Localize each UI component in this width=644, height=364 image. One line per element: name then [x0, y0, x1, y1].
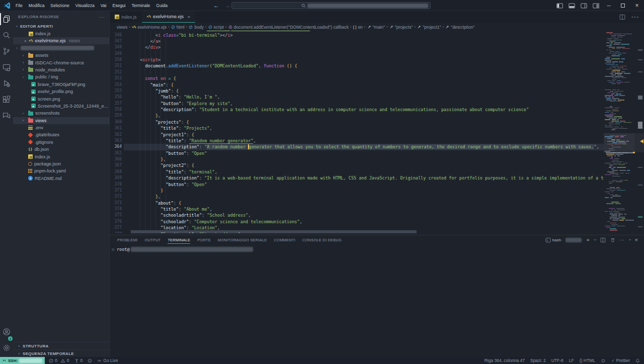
code-line-360[interactable]: 360 "projects": { — [110, 119, 604, 125]
menu-vai[interactable]: Vai — [98, 2, 110, 9]
code-line-364[interactable]: 364 "description": "A random number gene… — [110, 144, 604, 150]
customize-layout-icon[interactable] — [590, 3, 602, 9]
code-line-365[interactable]: 365 "button": "Open" — [110, 150, 604, 156]
explorer-icon[interactable] — [0, 11, 13, 27]
breadcrumb-item[interactable]: "project1" — [417, 25, 441, 30]
tree-item-brave-t38o0jafkp-png[interactable]: brave_T38O0jaFkP.png — [13, 81, 109, 88]
code-line-370[interactable]: 370 "button": "Open" — [110, 181, 604, 188]
breadcrumb-item[interactable]: body — [189, 25, 203, 30]
code-line-352[interactable]: 352 — [110, 69, 604, 75]
code-line-359[interactable]: 359 }, — [110, 113, 604, 119]
code-line-376[interactable]: 376 "schooladr": "Computer science and t… — [110, 219, 604, 225]
terminal-prompt[interactable]: root@ — [117, 247, 130, 252]
tree-item-package-json[interactable]: package.json — [13, 160, 109, 167]
menu-esegui[interactable]: Esegui — [109, 2, 128, 9]
open-editor-exelviHome.ejs[interactable]: ×<%exelviHome.ejsviews — [13, 37, 109, 44]
open-editor-index.js[interactable]: JSindex.js — [13, 30, 109, 37]
tree-item--gitignore[interactable]: .gitignore — [13, 139, 109, 146]
panel-tab-console-di-debug[interactable]: CONSOLE DI DEBUG — [299, 235, 345, 244]
code-line-369[interactable]: 369 "description": "It is a web-based te… — [110, 175, 604, 181]
minimap-slider[interactable] — [604, 133, 635, 152]
code-line-356[interactable]: 356 "hello": "Hello, I'm ", — [110, 94, 604, 100]
ports-status[interactable]: 0 — [74, 358, 83, 363]
tab-exelviHome.ejs[interactable]: <%exelviHome.ejs× — [142, 11, 195, 23]
panel-more-actions-icon[interactable]: ··· — [620, 237, 624, 242]
code-line-372[interactable]: 372 }, — [110, 194, 604, 200]
terminal-shell-label[interactable]: bash — [552, 238, 561, 242]
breadcrumb-item[interactable]: views — [117, 25, 127, 30]
tree-item-readme-md[interactable]: iREADME.md — [13, 175, 109, 182]
tree-item-isdcac-chrome-source[interactable]: ›ISDCAC-chrome-source — [13, 59, 109, 66]
toggle-panel-icon[interactable] — [566, 3, 578, 9]
notifications-bell-icon[interactable] — [635, 358, 640, 363]
editor-more-actions-icon[interactable]: ··· — [631, 13, 639, 22]
go-live-button[interactable]: Go Live — [97, 358, 118, 363]
comments-icon[interactable] — [0, 108, 13, 124]
menu-terminale[interactable]: Terminale — [128, 2, 153, 9]
code-line-368[interactable]: 368 "title": "terminal", — [110, 169, 604, 175]
tree-item-node-modules[interactable]: ›node_modules — [13, 66, 109, 73]
tree-item-exelvi-profile-png[interactable]: exelvi_profile.png — [13, 88, 109, 95]
panel-tab-commenti[interactable]: COMMENTI — [271, 235, 299, 244]
minimap[interactable] — [604, 31, 635, 233]
code-line-347[interactable]: 347 </a> — [110, 38, 604, 44]
code-line-350[interactable]: 350 <script> — [110, 57, 604, 63]
source-control-icon[interactable] — [0, 43, 13, 59]
close-editor-icon[interactable]: × — [24, 39, 27, 43]
panel-tab-terminale[interactable]: TERMINALE — [164, 235, 194, 244]
split-editor-icon[interactable] — [619, 14, 625, 20]
tree-item-screenshots[interactable]: ›screenshots — [13, 110, 109, 117]
nav-back-icon[interactable]: ← — [213, 3, 219, 9]
menu-guida[interactable]: Guida — [153, 2, 171, 9]
status--html[interactable]: {} HTML — [580, 358, 595, 363]
breadcrumb-item[interactable]: script — [208, 25, 224, 30]
remote-explorer-icon[interactable] — [0, 59, 13, 75]
panel-tab-problemi[interactable]: PROBLEMI — [114, 235, 141, 244]
tree-item-public-img[interactable]: ›public / img — [13, 73, 109, 80]
open-editors-header[interactable]: ›EDITOR APERTI — [13, 23, 109, 30]
tree-item-pnpm-lock-yaml[interactable]: pnpm-lock.yaml — [13, 167, 109, 174]
code-line-355[interactable]: 355 "jumb": { — [110, 88, 604, 94]
outline-section-header[interactable]: ›STRUTTURA — [13, 342, 109, 349]
code-editor[interactable]: <a class="btn" href="https://github.com/… — [110, 30, 604, 233]
horizontal-scrollbar[interactable] — [131, 230, 417, 233]
split-terminal-icon[interactable] — [600, 237, 606, 243]
code-line-375[interactable]: 375 "schooladrtitle": "School address", — [110, 212, 604, 218]
breadcrumb-item[interactable]: document.addEventListener("DOMContentLoa… — [228, 25, 349, 30]
menu-modifica[interactable]: Modifica — [26, 2, 48, 9]
search-sidebar-icon[interactable] — [0, 27, 13, 43]
window-minimize-button[interactable]: ─ — [602, 0, 616, 11]
code-line-366[interactable]: 366 }, — [110, 156, 604, 162]
command-search-box[interactable] — [231, 2, 431, 9]
ports-plug-icon[interactable] — [601, 358, 606, 363]
tab-index.js[interactable]: JSindex.js — [110, 11, 142, 23]
explorer-actions-icon[interactable]: ··· — [99, 15, 105, 20]
code-line-373[interactable]: 373 "about": { — [110, 200, 604, 206]
problems-status[interactable]: 0 0 — [49, 358, 69, 363]
project-root-header[interactable]: › — [13, 44, 109, 52]
maximize-panel-icon[interactable]: › — [627, 239, 632, 241]
account-icon[interactable]: 2 — [0, 324, 13, 340]
window-close-button[interactable]: × — [630, 0, 644, 11]
code-line-358[interactable]: 358 "description": "Student in a technic… — [110, 107, 604, 113]
panel-tab-monitoraggio-seriale[interactable]: MONITORAGGIO SERIALE — [214, 235, 271, 244]
formatter-status[interactable]: ✓Prettier — [611, 358, 630, 363]
breadcrumb-item[interactable]: html — [171, 25, 185, 30]
tree-item-screen-png[interactable]: screen.png — [13, 95, 109, 102]
panel-tab-porte[interactable]: PORTE — [194, 235, 214, 244]
code-line-367[interactable]: 367 "project2": { — [110, 162, 604, 168]
run-debug-icon[interactable] — [0, 75, 13, 92]
code-line-374[interactable]: 374 "title": "About me", — [110, 206, 604, 212]
breadcrumb-item[interactable]: "main" — [367, 25, 385, 30]
extensions-icon[interactable] — [0, 92, 13, 108]
panel-tab-output[interactable]: OUTPUT — [141, 235, 164, 244]
window-maximize-button[interactable] — [616, 0, 630, 11]
tree-item-screenshot-25-3-2024-12449-exelvi-[interactable]: Screenshot_25-3-2024_12449_exelvi... — [13, 103, 109, 110]
code-line-346[interactable]: 346 <i class="bi bi-terminal"></i> — [110, 32, 604, 38]
timeline-section-header[interactable]: ›SEQUENZA TEMPORALE — [13, 349, 109, 357]
status-riga-364-colonna-47[interactable]: Riga 364, colonna 47 — [485, 358, 525, 363]
code-line-357[interactable]: 357 "button": "Explore my site", — [110, 101, 604, 107]
tree-item-views[interactable]: ›views — [13, 117, 109, 124]
toggle-secondary-sidebar-icon[interactable] — [578, 3, 590, 9]
code-line-349[interactable]: 349 — [110, 51, 604, 57]
